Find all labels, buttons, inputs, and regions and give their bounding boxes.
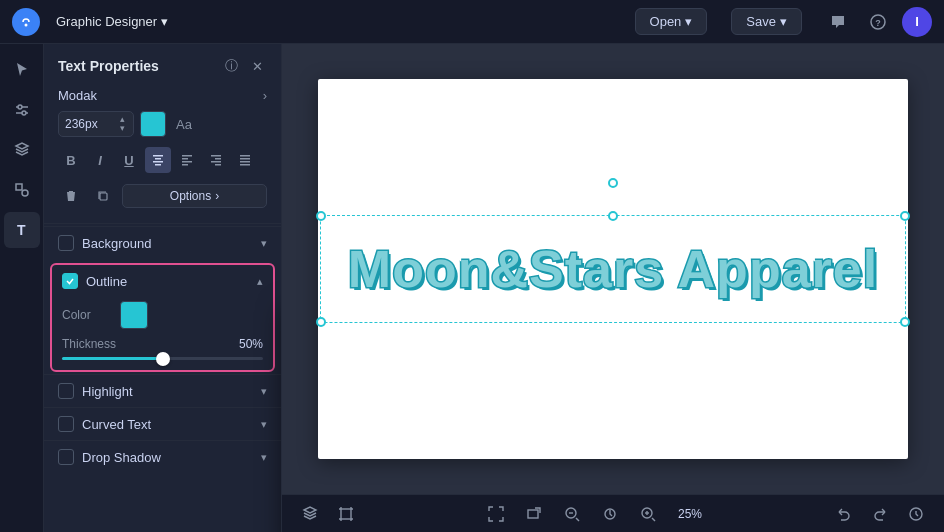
canvas-background: Moon&Stars Apparel: [318, 79, 908, 459]
background-chevron-icon: ▾: [261, 237, 267, 250]
background-label: Background: [82, 236, 253, 251]
history-icon[interactable]: [902, 500, 930, 528]
redo-icon[interactable]: [866, 500, 894, 528]
drop-shadow-checkbox[interactable]: [58, 449, 74, 465]
chat-icon[interactable]: [822, 6, 854, 38]
topbar: Graphic Designer ▾ Open ▾ Save ▾ ? I: [0, 0, 944, 44]
app-name-chevron: ▾: [161, 14, 168, 29]
curved-text-chevron-icon: ▾: [261, 418, 267, 431]
sidebar-item-layers[interactable]: [4, 132, 40, 168]
sidebar-item-sliders[interactable]: [4, 92, 40, 128]
props-header: Text Properties ⓘ ✕: [44, 44, 281, 84]
font-size-input-group: 236px ▴ ▾: [58, 111, 134, 137]
underline-button[interactable]: U: [116, 147, 142, 173]
svg-rect-16: [182, 158, 188, 160]
outline-label: Outline: [86, 274, 249, 289]
font-color-swatch[interactable]: [140, 111, 166, 137]
font-selector[interactable]: Modak ›: [44, 84, 281, 111]
svg-line-49: [652, 518, 655, 521]
topbar-icons: ? I: [822, 6, 932, 38]
handle-tl[interactable]: [316, 211, 326, 221]
slider-track: [62, 357, 263, 360]
svg-rect-19: [211, 155, 221, 157]
help-icon[interactable]: ?: [862, 6, 894, 38]
options-arrow-icon: ›: [215, 189, 219, 203]
slider-thumb[interactable]: [156, 352, 170, 366]
background-checkbox[interactable]: [58, 235, 74, 251]
handle-tr[interactable]: [900, 211, 910, 221]
bottom-left: [296, 500, 360, 528]
drop-shadow-label: Drop Shadow: [82, 450, 253, 465]
handle-rotate[interactable]: [608, 178, 618, 188]
italic-button[interactable]: I: [87, 147, 113, 173]
svg-point-1: [25, 23, 28, 26]
font-case-button[interactable]: Aa: [172, 113, 196, 136]
align-right-button[interactable]: [203, 147, 229, 173]
zoom-reset-icon[interactable]: [596, 500, 624, 528]
expand-icon[interactable]: [520, 500, 548, 528]
save-button[interactable]: Save ▾: [731, 8, 802, 35]
align-justify-button[interactable]: [232, 147, 258, 173]
zoom-in-icon[interactable]: [634, 500, 662, 528]
handle-bl[interactable]: [316, 317, 326, 327]
bottom-bar: 25%: [282, 494, 944, 532]
curved-text-section[interactable]: Curved Text ▾: [44, 407, 281, 440]
bottom-center: 25%: [482, 500, 708, 528]
canvas-content[interactable]: Moon&Stars Apparel: [282, 44, 944, 494]
svg-rect-20: [215, 158, 221, 160]
align-left-button[interactable]: [174, 147, 200, 173]
svg-rect-12: [155, 158, 161, 160]
curved-text-checkbox[interactable]: [58, 416, 74, 432]
drop-shadow-section[interactable]: Drop Shadow ▾: [44, 440, 281, 473]
open-chevron-icon: ▾: [685, 14, 692, 29]
svg-point-9: [22, 190, 28, 196]
highlight-chevron-icon: ▾: [261, 385, 267, 398]
svg-rect-22: [215, 164, 221, 166]
zoom-value: 25%: [672, 507, 708, 521]
outline-checkbox[interactable]: [62, 273, 78, 289]
user-avatar[interactable]: I: [902, 7, 932, 37]
outline-section: Outline ▴ Color Thickness 50%: [50, 263, 275, 372]
options-button[interactable]: Options ›: [122, 184, 267, 208]
background-section[interactable]: Background ▾: [44, 226, 281, 259]
thickness-label: Thickness: [62, 337, 239, 351]
layers-icon[interactable]: [296, 500, 324, 528]
duplicate-icon[interactable]: [90, 183, 116, 209]
sidebar-item-cursor[interactable]: [4, 52, 40, 88]
sidebar-item-text[interactable]: T: [4, 212, 40, 248]
font-size-value: 236px: [65, 117, 118, 131]
divider-1: [44, 223, 281, 224]
canvas-text-container[interactable]: Moon&Stars Apparel: [348, 239, 878, 299]
open-button[interactable]: Open ▾: [635, 8, 708, 35]
handle-top[interactable]: [608, 211, 618, 221]
artboard-icon[interactable]: [332, 500, 360, 528]
save-label: Save: [746, 14, 776, 29]
align-center-button[interactable]: [145, 147, 171, 173]
icon-sidebar: T: [0, 44, 44, 532]
svg-point-6: [18, 105, 22, 109]
delete-icon[interactable]: [58, 183, 84, 209]
info-icon[interactable]: ⓘ: [221, 56, 241, 76]
font-size-down[interactable]: ▾: [118, 124, 127, 133]
props-panel: Text Properties ⓘ ✕ Modak › 236px ▴ ▾ Aa: [44, 44, 282, 532]
highlight-section[interactable]: Highlight ▾: [44, 374, 281, 407]
font-arrow-icon: ›: [263, 88, 267, 103]
outline-color-swatch[interactable]: [120, 301, 148, 329]
svg-text:T: T: [17, 222, 26, 238]
close-icon[interactable]: ✕: [247, 56, 267, 76]
thickness-slider[interactable]: [62, 357, 263, 360]
drop-shadow-chevron-icon: ▾: [261, 451, 267, 464]
handle-br[interactable]: [900, 317, 910, 327]
app-logo[interactable]: [12, 8, 40, 36]
svg-rect-11: [153, 155, 163, 157]
outline-chevron-icon: ▴: [257, 275, 263, 288]
svg-point-0: [19, 15, 33, 29]
outline-header[interactable]: Outline ▴: [52, 265, 273, 297]
app-name[interactable]: Graphic Designer ▾: [48, 10, 176, 33]
bold-button[interactable]: B: [58, 147, 84, 173]
sidebar-item-shapes[interactable]: [4, 172, 40, 208]
fit-icon[interactable]: [482, 500, 510, 528]
zoom-out-icon[interactable]: [558, 500, 586, 528]
undo-icon[interactable]: [830, 500, 858, 528]
highlight-checkbox[interactable]: [58, 383, 74, 399]
